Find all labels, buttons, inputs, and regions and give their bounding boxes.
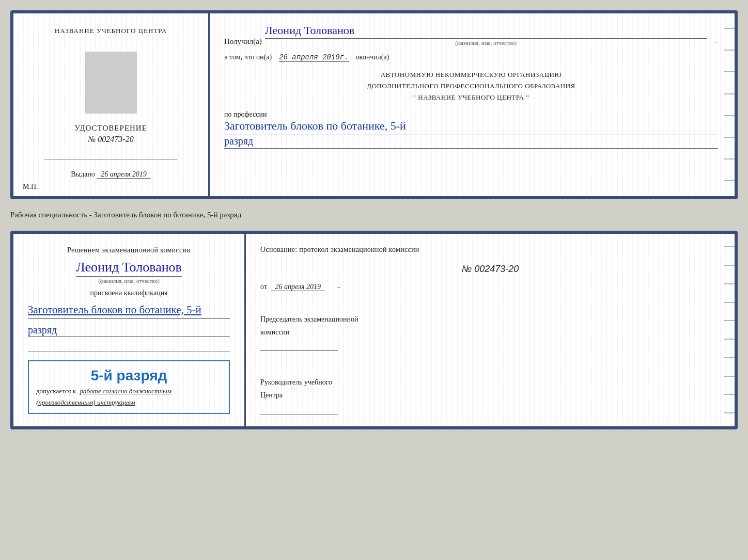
side-bar-b3 [724, 283, 735, 284]
dopusk-prefix: допускается к [36, 387, 76, 395]
fio-subtitle: (фамилия, имя, отчество) [265, 40, 707, 46]
rukovoditel-signature-line [260, 405, 338, 414]
poluchil-prefix: Получил(а) [224, 37, 262, 46]
vydano-date: 26 апреля 2019 [97, 170, 150, 179]
side-bar-8 [724, 180, 735, 181]
predsedatel-line1: Председатель экзаменационной [260, 313, 720, 326]
side-bar-b9 [724, 394, 735, 395]
v-tom-prefix: в том, что он(а) [224, 53, 272, 61]
document-card-1: НАЗВАНИЕ УЧЕБНОГО ЦЕНТРА УДОСТОВЕРЕНИЕ №… [10, 10, 738, 199]
avtonom-line2: ДОПОЛНИТЕЛЬНОГО ПРОФЕССИОНАЛЬНОГО ОБРАЗО… [224, 81, 718, 92]
side-bar-5 [724, 115, 735, 116]
recipient-name-2: Леонид Толованов [76, 260, 182, 277]
empty-line-1 [28, 342, 230, 352]
udostoverenie-label: УДОСТОВЕРЕНИЕ [74, 124, 147, 133]
dash-1: – [714, 37, 719, 46]
dopusk-row-2: (производственным) инструкциям [36, 398, 222, 407]
side-bar-3 [724, 71, 735, 72]
fio-container: Леонид Толованов (фамилия, имя, отчество… [265, 24, 707, 46]
document-card-2: Решением экзаменационной комиссии Леонид… [10, 231, 738, 429]
vydano-label: Выдано [71, 170, 95, 178]
side-bars [724, 13, 735, 196]
doc2-right-panel: Основание: протокол экзаменационной коми… [246, 234, 735, 426]
osnovanie-text: Основание: протокол экзаменационной коми… [260, 244, 720, 255]
side-bars-2 [724, 234, 735, 426]
side-bar-2 [724, 50, 735, 51]
side-bar-b5 [724, 320, 735, 321]
page-container: НАЗВАНИЕ УЧЕБНОГО ЦЕНТРА УДОСТОВЕРЕНИЕ №… [10, 10, 738, 429]
resheniem-text: Решением экзаменационной комиссии [28, 246, 230, 254]
side-bar-b10 [724, 412, 735, 413]
ot-label: от [260, 283, 267, 291]
side-bar-b8 [724, 376, 735, 377]
side-bar-6 [724, 137, 735, 138]
rukovoditel-block: Руководитель учебного Центра [260, 376, 720, 414]
ot-date-row: от 26 апреля 2019 – [260, 283, 720, 291]
v-tom-date: 26 апреля 2019г. [279, 53, 348, 62]
doc1-left-panel: НАЗВАНИЕ УЧЕБНОГО ЦЕНТРА УДОСТОВЕРЕНИЕ №… [13, 13, 210, 196]
side-bar-4 [724, 93, 735, 94]
avtonom-line3: " НАЗВАНИЕ УЧЕБНОГО ЦЕНТРА " [224, 92, 718, 103]
side-bar-b2 [724, 265, 735, 266]
doc2-left-panel: Решением экзаменационной комиссии Леонид… [13, 234, 246, 426]
predsedatel-signature-line [260, 342, 338, 351]
side-bar-b6 [724, 339, 735, 340]
dopusk-text-2: (производственным) инструкциям [36, 398, 135, 406]
side-bar-b1 [724, 246, 735, 247]
v-tom-row: в том, что он(а) 26 апреля 2019г. окончи… [224, 53, 718, 62]
razryad-value: разряд [224, 135, 718, 149]
rukovoditel-line2: Центра [260, 389, 720, 402]
po-professii-block: по профессии Заготовитель блоков по бота… [224, 110, 718, 149]
vydano-line: Выдано 26 апреля 2019 [71, 170, 151, 179]
profession-value-2: Заготовитель блоков по ботанике, 5-й [28, 302, 230, 319]
separator-label: Рабочая специальность - Заготовитель бло… [10, 207, 738, 222]
po-professii-label: по профессии [224, 110, 267, 118]
side-bar-b4 [724, 302, 735, 303]
avtonom-block: АВТОНОМНУЮ НЕКОММЕРЧЕСКУЮ ОРГАНИЗАЦИЮ ДО… [224, 69, 718, 103]
predsedatel-line2: комиссии [260, 326, 720, 339]
doc1-number: № 002473-20 [88, 135, 133, 144]
mp-label: М.П. [23, 183, 38, 191]
dash-right-2: – [337, 283, 340, 291]
side-bar-1 [724, 28, 735, 29]
profession-value: Заготовитель блоков по ботанике, 5-й [224, 119, 718, 135]
avtonom-line1: АВТОНОМНУЮ НЕКОММЕРЧЕСКУЮ ОРГАНИЗАЦИЮ [224, 69, 718, 81]
doc1-right-panel: Получил(а) Леонид Толованов (фамилия, им… [210, 13, 735, 196]
training-center-label: НАЗВАНИЕ УЧЕБНОГО ЦЕНТРА [55, 26, 167, 36]
photo-placeholder [85, 52, 137, 114]
name-block-2: Леонид Толованов (фамилия, имя, отчество… [28, 260, 230, 284]
protocol-number: № 002473-20 [260, 264, 720, 275]
predsedatel-block: Председатель экзаменационной комиссии [260, 313, 720, 351]
dopusk-text: работе согласно должностным [80, 387, 172, 395]
dopusk-row: допускается к работе согласно должностны… [36, 387, 222, 395]
recipient-name: Леонид Толованов [265, 24, 707, 39]
stamp-title: 5-й разряд [36, 367, 222, 384]
rukovoditel-line1: Руководитель учебного [260, 376, 720, 389]
okoncil-text: окончил(а) [356, 53, 389, 61]
ot-date-val: 26 апреля 2019 [271, 283, 324, 291]
side-bar-7 [724, 158, 735, 159]
side-bar-b7 [724, 357, 735, 358]
razryad-value-2: разряд [28, 324, 230, 337]
stamp-box: 5-й разряд допускается к работе согласно… [28, 360, 230, 414]
poluchil-row: Получил(а) Леонид Толованов (фамилия, им… [224, 24, 718, 46]
prisvoena-text: присвоена квалификация [28, 289, 230, 297]
fio-subtitle-2: (фамилия, имя, отчество) [98, 278, 160, 284]
